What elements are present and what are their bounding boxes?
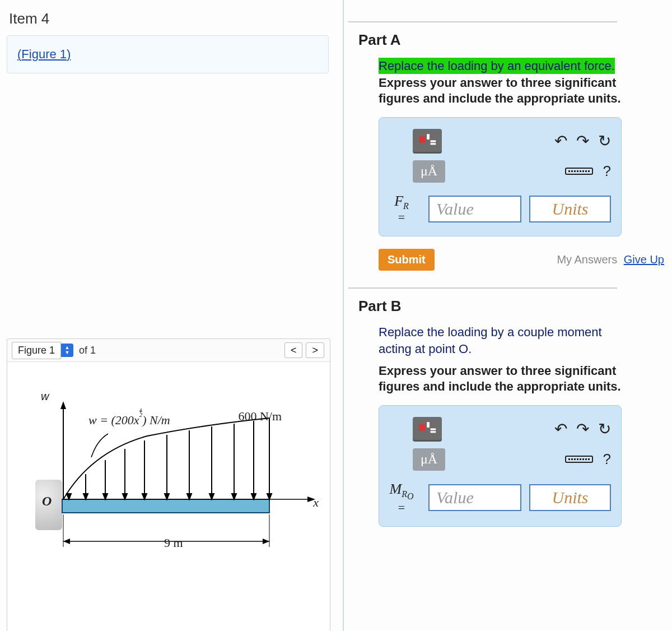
submit-button[interactable]: Submit: [379, 249, 435, 271]
svg-marker-26: [267, 494, 272, 499]
figure-toolbar: Figure 1 ▲▼ of 1 < >: [7, 339, 330, 362]
divider: [348, 287, 617, 289]
help-icon[interactable]: ?: [603, 163, 611, 180]
part-a-answer-widget: ↶ ↷ ↻ μÅ ? FR = Value Units: [379, 117, 622, 236]
my-answers-link[interactable]: My Answers: [557, 253, 617, 266]
part-a-title: Part A: [358, 31, 664, 49]
part-b-answer-widget: ↶ ↷ ↻ μÅ ? MRO = Value Units: [379, 405, 622, 527]
part-a-prompt-highlight: Replace the loading by an equivalent for…: [379, 58, 615, 74]
divider: [348, 21, 617, 22]
keyboard-icon[interactable]: [565, 456, 593, 463]
svg-rect-39: [431, 431, 436, 433]
item-title: Item 4: [9, 10, 343, 27]
help-icon[interactable]: ?: [603, 451, 611, 468]
svg-marker-12: [123, 494, 127, 499]
svg-marker-2: [60, 401, 66, 409]
figure-link[interactable]: Figure 1: [17, 47, 71, 61]
svg-marker-6: [67, 494, 71, 499]
svg-marker-16: [165, 494, 169, 499]
special-chars-button[interactable]: μÅ: [413, 448, 445, 471]
stepper-icon[interactable]: ▲▼: [61, 344, 73, 357]
svg-rect-37: [427, 422, 430, 428]
reset-icon[interactable]: ↻: [598, 132, 611, 150]
svg-rect-38: [431, 428, 436, 430]
svg-marker-4: [307, 497, 315, 502]
svg-marker-20: [209, 494, 214, 499]
svg-marker-10: [103, 494, 108, 499]
figure-prev-button[interactable]: <: [284, 342, 303, 358]
figure-panel: Figure 1 ▲▼ of 1 < > w w = (200x12) N/m …: [7, 338, 330, 631]
svg-marker-18: [187, 494, 192, 499]
origin-label: O: [42, 494, 52, 509]
figure-canvas: w w = (200x12) N/m 600 N/m x O: [7, 362, 330, 631]
figure-selector[interactable]: Figure 1 ▲▼: [12, 342, 73, 358]
svg-rect-34: [431, 140, 436, 142]
span-dimension: 9 m: [164, 536, 183, 550]
svg-rect-36: [419, 424, 426, 430]
part-a-instructions: Express your answer to three significant…: [379, 75, 622, 107]
part-b-variable: MRO =: [382, 481, 421, 515]
part-a-variable: FR =: [382, 193, 421, 225]
figure-selector-value: Figure 1: [12, 342, 61, 359]
special-chars-button[interactable]: μÅ: [413, 160, 445, 183]
svg-marker-28: [63, 539, 70, 544]
part-b-value-input[interactable]: Value: [428, 484, 521, 511]
figure-reference-box: Figure 1: [7, 35, 329, 73]
svg-marker-14: [142, 494, 147, 499]
svg-rect-35: [431, 143, 436, 145]
redo-icon[interactable]: ↷: [576, 420, 589, 438]
part-b-instructions: Express your answer to three significant…: [379, 363, 622, 395]
part-a-value-input[interactable]: Value: [428, 196, 521, 222]
units-format-button[interactable]: [413, 417, 442, 442]
part-b-prompt: Replace the loading by a couple moment a…: [379, 324, 622, 357]
beam-diagram-svg: [24, 384, 315, 597]
svg-marker-22: [232, 494, 236, 499]
undo-icon[interactable]: ↶: [554, 420, 567, 438]
svg-rect-33: [427, 134, 430, 140]
svg-rect-0: [62, 499, 269, 513]
redo-icon[interactable]: ↷: [576, 132, 589, 150]
give-up-link[interactable]: Give Up: [624, 253, 664, 266]
svg-marker-29: [263, 539, 269, 544]
part-b-title: Part B: [358, 298, 664, 315]
part-b-units-input[interactable]: Units: [529, 484, 611, 511]
reset-icon[interactable]: ↻: [598, 420, 611, 438]
svg-rect-32: [419, 136, 426, 142]
svg-marker-8: [83, 494, 88, 499]
figure-count-label: of 1: [79, 345, 96, 356]
units-format-button[interactable]: [413, 129, 442, 154]
part-a-units-input[interactable]: Units: [529, 196, 611, 222]
keyboard-icon[interactable]: [565, 168, 593, 175]
svg-marker-24: [251, 494, 256, 499]
undo-icon[interactable]: ↶: [554, 132, 567, 150]
figure-next-button[interactable]: >: [306, 342, 324, 358]
